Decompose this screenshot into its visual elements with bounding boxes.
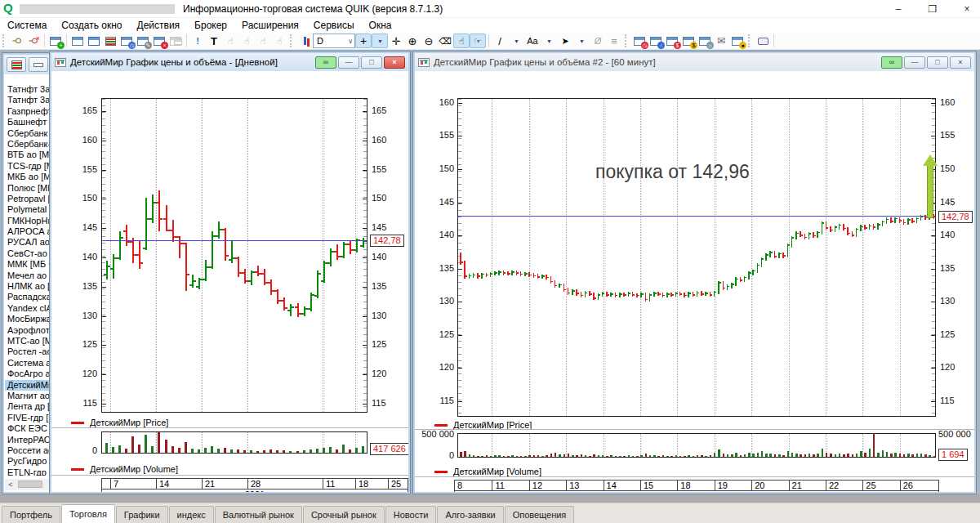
add-plus-dropdown[interactable]: ▼	[372, 34, 388, 48]
money-table-icon[interactable]: $	[680, 34, 697, 48]
stop-orders-icon[interactable]: $	[664, 34, 680, 48]
table-delete-icon[interactable]: ×	[151, 34, 167, 48]
volume-bar	[757, 453, 760, 457]
hand-point-icon[interactable]: ☝	[453, 34, 470, 48]
quotes-table-button[interactable]	[7, 57, 26, 72]
hourly-volume-plot[interactable]	[457, 433, 936, 458]
text-tool-icon[interactable]: Aa	[524, 34, 541, 48]
line-tool-dropdown[interactable]: ▼	[508, 34, 524, 48]
hide-objects-icon[interactable]: Ø	[590, 34, 606, 48]
tab-Портфель[interactable]: Портфель	[2, 506, 60, 523]
daily-volume-plot[interactable]	[101, 431, 368, 454]
comment-bubble-icon[interactable]	[755, 34, 771, 48]
tab-Торговля[interactable]: Торговля	[61, 504, 115, 523]
tab-Валютный рынок[interactable]: Валютный рынок	[215, 506, 302, 523]
hand-1-icon[interactable]: ☝	[222, 34, 238, 48]
mail-icon[interactable]: ✉	[713, 34, 729, 48]
menu-okna[interactable]: Окна	[362, 18, 399, 33]
link-charts-button[interactable]: ∞	[881, 56, 902, 69]
close-tick	[504, 272, 506, 274]
volume-bar	[640, 455, 643, 457]
ohlc-bar	[158, 190, 160, 231]
menu-sistema[interactable]: Система	[0, 18, 54, 33]
chart-window-icon[interactable]	[86, 34, 102, 48]
new-window-icon[interactable]: +	[47, 34, 64, 48]
ohlc-bar	[212, 231, 213, 269]
menu-broker[interactable]: Брокер	[187, 18, 234, 33]
connect-key-icon[interactable]: ⚲	[9, 34, 25, 48]
volume-bar	[550, 454, 553, 457]
alert-bubble-icon[interactable]: !	[189, 34, 206, 48]
text-t-icon[interactable]: T	[206, 34, 222, 48]
volume-bar	[714, 453, 716, 457]
table-clock-icon[interactable]: ◷	[118, 34, 135, 48]
quotes-table-icon[interactable]	[102, 34, 118, 48]
volume-bar	[735, 453, 737, 457]
close-tick	[225, 255, 229, 257]
hand-4-icon[interactable]: ☝	[271, 34, 287, 48]
daily-minimize-button[interactable]: —	[338, 56, 359, 69]
new-chart-icon[interactable]	[69, 34, 86, 48]
limits-table-icon[interactable]: ⌂	[697, 34, 713, 48]
app-minimize-button[interactable]: –	[882, 0, 915, 18]
quotes-scroll-left-arrow[interactable]: <	[5, 481, 16, 489]
hourly-close-button[interactable]: ×	[950, 56, 971, 69]
link-charts-button[interactable]: ∞	[315, 56, 336, 69]
y-axis-label: 115	[372, 398, 396, 408]
tab-Новости[interactable]: Новости	[385, 506, 437, 523]
line-tool-icon[interactable]: /	[492, 34, 508, 48]
trades-table-icon[interactable]: ☝	[648, 34, 664, 48]
daily-restore-button[interactable]: □	[361, 56, 382, 69]
zoom-out-icon[interactable]: ⊖	[421, 34, 437, 48]
tab-Оповещения[interactable]: Оповещения	[505, 506, 575, 523]
hand-3-icon[interactable]: ☝	[255, 34, 271, 48]
menu-deystviya[interactable]: Действия	[130, 18, 188, 33]
orders-table-icon[interactable]: ◷	[631, 34, 648, 48]
hourly-restore-button[interactable]: □	[927, 56, 948, 69]
move-chart-icon[interactable]: ✛	[388, 34, 404, 48]
table-edit-icon[interactable]: ✎	[135, 34, 151, 48]
menu-servisy[interactable]: Сервисы	[306, 18, 362, 33]
text-tool-dropdown[interactable]: ▼	[541, 34, 557, 48]
date-scale[interactable]: 7142128111825	[101, 478, 408, 489]
layers-icon[interactable]: ≡	[606, 34, 622, 48]
daily-window-titlebar[interactable]: ДетскийМир График цены и объёма - [Дневн…	[51, 53, 408, 71]
quotes-minimize-button[interactable]	[29, 57, 48, 72]
axis-tick	[363, 345, 367, 346]
pointer-tool-icon[interactable]: ➤	[557, 34, 573, 48]
axis-tick	[458, 103, 462, 104]
hand-pan-icon[interactable]: ☞	[470, 34, 486, 48]
app-restore-button[interactable]: ❒	[916, 0, 949, 18]
tab-Срочный рынок[interactable]: Срочный рынок	[303, 506, 385, 523]
zoom-in-icon[interactable]: ⊕	[404, 34, 421, 48]
hourly-window-titlebar[interactable]: ДетскийМир График цены и объёма #2 - [60…	[415, 53, 974, 71]
eraser-icon[interactable]: ⌫	[437, 34, 453, 48]
app-close-button[interactable]: ×	[951, 0, 980, 18]
interval-select[interactable]: D∨	[313, 34, 355, 48]
daily-price-plot[interactable]	[101, 98, 368, 413]
quotes-scroll-thumb[interactable]	[18, 481, 42, 488]
legend-text: ДетскийМир [Volume]	[90, 464, 178, 474]
tab-Графики[interactable]: Графики	[116, 506, 168, 523]
volume-bar	[748, 453, 751, 457]
hand-2-icon[interactable]: ☝	[238, 34, 255, 48]
daily-close-button[interactable]: ×	[384, 56, 405, 69]
tab-индекс[interactable]: индекс	[169, 506, 214, 523]
menu-rasshireniya[interactable]: Расширения	[234, 18, 306, 33]
disconnect-key-icon[interactable]: ⚲×	[25, 34, 42, 48]
close-tick	[551, 281, 554, 283]
hourly-price-plot[interactable]: покупка от 142,96	[457, 98, 936, 417]
menu-sozdat-okno[interactable]: Создать окно	[54, 18, 129, 33]
close-tick	[887, 219, 889, 221]
add-plus-button[interactable]: +	[355, 34, 372, 48]
table-copy-icon[interactable]	[167, 34, 184, 48]
chart-bars-icon[interactable]	[296, 34, 313, 48]
pointer-tool-dropdown[interactable]: ▼	[573, 34, 590, 48]
tab-Алго-заявки[interactable]: Алго-заявки	[437, 506, 503, 523]
open-tick	[242, 272, 245, 274]
volume-bar	[907, 454, 910, 457]
close-tick	[120, 237, 123, 239]
hourly-minimize-button[interactable]: —	[904, 56, 925, 69]
date-scale[interactable]: 8111213141518192021222526	[454, 480, 939, 491]
portfolio-coins-icon[interactable]: ●	[729, 34, 746, 48]
